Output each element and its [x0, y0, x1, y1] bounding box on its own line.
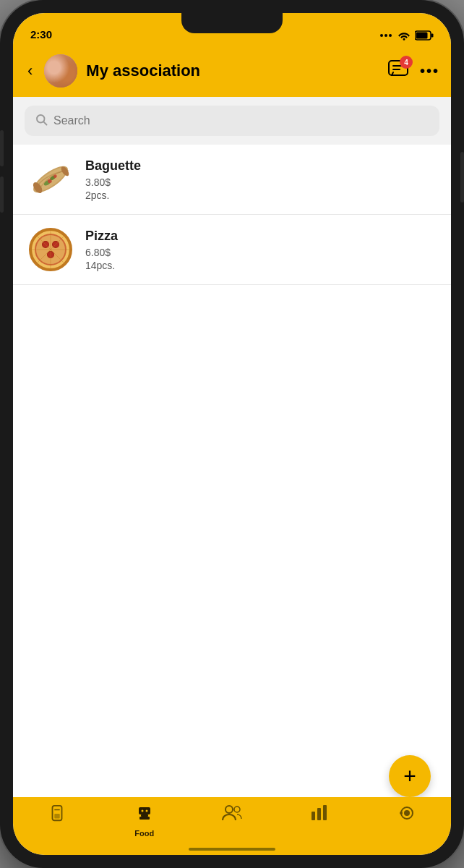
stats-icon	[311, 804, 328, 825]
nav-item-people[interactable]	[188, 804, 275, 826]
search-bar	[25, 106, 439, 136]
item-qty: 2pcs.	[85, 190, 437, 201]
baguette-image	[24, 158, 77, 200]
svg-point-42	[225, 806, 233, 813]
svg-rect-5	[431, 34, 434, 38]
svg-rect-39	[139, 817, 150, 820]
battery-icon	[415, 30, 434, 41]
svg-line-10	[43, 122, 46, 124]
settings-svg	[398, 804, 416, 822]
svg-rect-36	[54, 814, 59, 819]
svg-point-41	[145, 810, 147, 812]
wifi-icon	[398, 30, 411, 41]
drinks-icon	[49, 804, 65, 827]
nav-label-food: Food	[134, 829, 154, 838]
svg-point-0	[380, 34, 383, 37]
search-icon	[35, 113, 48, 129]
people-svg	[222, 804, 242, 820]
list-item[interactable]: Baguette 3.80$ 2pcs.	[13, 145, 451, 215]
people-icon	[222, 804, 242, 825]
nav-item-settings[interactable]	[364, 804, 451, 827]
nav-item-drinks[interactable]	[13, 804, 100, 829]
avatar	[44, 54, 77, 88]
page-title: My association	[86, 61, 379, 80]
back-button[interactable]: ‹	[25, 59, 35, 83]
item-info-pizza: Pizza 6.80$ 14pcs.	[85, 229, 437, 271]
svg-rect-37	[139, 807, 150, 814]
svg-rect-45	[317, 808, 321, 820]
item-price: 6.80$	[85, 247, 437, 258]
chat-badge: 4	[400, 56, 413, 69]
top-actions: 4 •••	[388, 60, 439, 82]
chat-button[interactable]: 4	[388, 60, 408, 82]
svg-point-43	[234, 807, 240, 812]
nav-item-food[interactable]: Food	[100, 804, 188, 838]
item-image-pizza	[27, 226, 74, 273]
nav-item-stats[interactable]	[276, 804, 364, 826]
food-svg	[135, 804, 154, 823]
content-list: Baguette 3.80$ 2pcs.	[13, 145, 451, 797]
search-input[interactable]	[53, 114, 429, 127]
add-button[interactable]: +	[389, 755, 431, 797]
top-bar: ‹ My association 4 •••	[13, 45, 451, 97]
svg-point-2	[389, 34, 392, 37]
list-item[interactable]: Pizza 6.80$ 14pcs.	[13, 215, 451, 285]
svg-rect-4	[416, 33, 428, 39]
item-price: 3.80$	[85, 176, 437, 188]
svg-rect-38	[141, 814, 148, 817]
svg-point-40	[141, 810, 143, 812]
drinks-svg	[49, 804, 65, 823]
stats-svg	[311, 804, 328, 820]
item-info-baguette: Baguette 3.80$ 2pcs.	[85, 158, 437, 201]
bottom-nav: Food	[13, 797, 451, 855]
status-time: 2:30	[30, 28, 52, 41]
item-name: Baguette	[85, 158, 437, 174]
settings-icon	[398, 804, 416, 826]
svg-rect-46	[323, 805, 327, 820]
pizza-image	[28, 227, 73, 272]
svg-point-1	[384, 34, 387, 37]
fab-container: +	[389, 755, 431, 797]
more-button[interactable]: •••	[420, 63, 439, 80]
search-container	[13, 97, 451, 145]
home-indicator	[189, 848, 275, 851]
item-image-baguette	[27, 156, 74, 203]
svg-rect-44	[312, 812, 315, 820]
signal-icon	[380, 33, 393, 38]
svg-point-48	[404, 810, 410, 816]
item-qty: 14pcs.	[85, 260, 437, 271]
svg-point-49	[400, 812, 403, 814]
item-name: Pizza	[85, 229, 437, 244]
status-icons	[380, 30, 434, 41]
food-icon	[135, 804, 154, 827]
